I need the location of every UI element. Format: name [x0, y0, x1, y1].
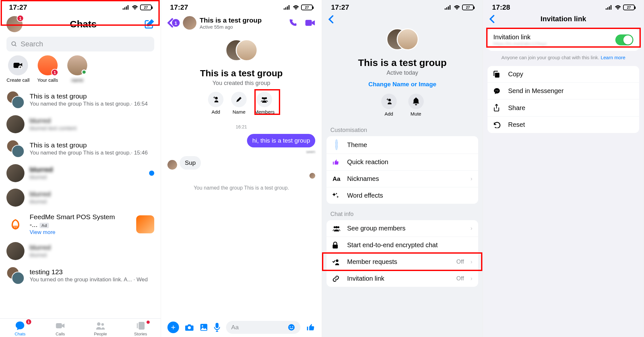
thumbs-up-icon[interactable] [306, 323, 315, 332]
svg-point-33 [290, 326, 291, 327]
back-button[interactable] [489, 14, 495, 23]
status-indicators: 27 [123, 5, 152, 10]
theme-row[interactable]: Theme [327, 136, 478, 154]
invitation-link-row[interactable]: Invitation link Off › [327, 270, 478, 287]
cellular-icon [445, 5, 452, 10]
chevron-right-icon: › [470, 225, 472, 232]
svg-rect-19 [285, 7, 286, 10]
svg-text:+: + [386, 98, 389, 102]
chat-item-ad[interactable]: FeedMe Smart POS System -...Ad View more [0, 210, 161, 239]
tab-people[interactable]: People [80, 321, 121, 336]
search-input[interactable]: Search [6, 37, 154, 51]
page-title: Invitation link [489, 15, 637, 23]
message-input[interactable]: Aa [226, 321, 300, 334]
chat-item[interactable]: testing 123 You turned on the group invi… [0, 263, 161, 288]
camera-icon[interactable] [185, 323, 194, 331]
chat-item[interactable]: This is a test group You named the group… [0, 136, 161, 161]
copy-row[interactable]: Copy [488, 66, 639, 83]
svg-line-5 [15, 45, 16, 46]
online-dot-icon [81, 70, 87, 75]
svg-rect-44 [333, 245, 338, 248]
battery-icon: 27 [301, 5, 313, 10]
invitation-toggle-card: Invitation link https://m.me/j/abc123xyz [488, 29, 639, 51]
more-actions-icon[interactable]: + [167, 322, 179, 333]
svg-point-15 [101, 323, 104, 326]
microphone-icon[interactable] [214, 323, 220, 332]
chat-item[interactable]: blurred blurred text content [0, 112, 161, 136]
your-calls-button[interactable]: 1 Your calls [36, 55, 59, 83]
send-messenger-row[interactable]: Send in Messenger [488, 83, 639, 99]
message-input-bar: + Aa [161, 318, 322, 337]
stories-icon [136, 321, 146, 331]
chat-item[interactable]: blurred blurred [0, 185, 161, 210]
learn-more-link[interactable]: Learn more [601, 55, 625, 60]
reset-row[interactable]: Reset [488, 117, 639, 133]
svg-rect-17 [137, 323, 138, 328]
wifi-icon [293, 5, 299, 10]
message-outgoing[interactable]: hi, this is a test group [167, 134, 315, 147]
back-button[interactable]: 1 [167, 18, 180, 28]
status-indicators: 27 [445, 5, 474, 10]
theme-icon [332, 141, 341, 149]
status-indicators: 27 [284, 5, 313, 10]
invitation-toggle[interactable] [615, 34, 633, 45]
active-contact[interactable]: name [66, 55, 89, 83]
chat-item[interactable]: blurred blurred [0, 161, 161, 185]
svg-point-27 [263, 98, 266, 100]
compose-icon[interactable] [144, 19, 154, 29]
add-button[interactable]: + Add [208, 92, 223, 115]
svg-rect-3 [128, 5, 128, 10]
mute-button[interactable]: Mute [408, 94, 424, 117]
member-requests-row[interactable]: Member requests Off › [327, 254, 478, 270]
video-call-icon[interactable] [305, 18, 315, 27]
tab-calls[interactable]: Calls [40, 321, 80, 336]
encrypted-chat-row[interactable]: Start end-to-end encrypted chat [327, 237, 478, 254]
profile-avatar[interactable]: 1 [6, 16, 23, 32]
chat-item[interactable]: blurred blurred [0, 239, 161, 263]
ad-badge: Ad [40, 223, 49, 228]
chat-item[interactable]: This is a test group You named the group… [0, 88, 161, 112]
pencil-icon [231, 92, 247, 107]
members-button[interactable]: Members [254, 92, 275, 115]
tab-stories[interactable]: Stories [120, 321, 161, 336]
emoji-icon[interactable] [288, 323, 295, 331]
section-customisation: Customisation [322, 120, 483, 136]
nicknames-row[interactable]: Aa Nicknames › [327, 171, 478, 187]
svg-point-39 [388, 99, 391, 101]
tab-bar: 1 Chats Calls People Stories [0, 318, 161, 337]
header-avatar[interactable] [183, 16, 196, 30]
status-time: 17:28 [492, 3, 510, 12]
seen-avatar-icon [309, 173, 315, 179]
status-bar: 17:27 27 [161, 0, 322, 14]
svg-text:+: + [19, 65, 21, 69]
back-button[interactable] [322, 14, 483, 25]
see-members-row[interactable]: See group members › [327, 220, 478, 237]
add-button[interactable]: + Add [381, 94, 397, 117]
svg-text:+: + [213, 96, 215, 100]
svg-rect-11 [15, 226, 16, 228]
svg-point-41 [334, 226, 336, 228]
audio-call-icon[interactable] [288, 18, 297, 27]
section-chat-info: Chat info [322, 204, 483, 220]
change-name-link[interactable]: Change Name or Image [368, 81, 436, 88]
share-icon [493, 104, 502, 112]
quick-reaction-row[interactable]: Quick reaction [327, 154, 478, 171]
chat-bubble-icon [15, 321, 25, 331]
create-call-button[interactable]: + Create call [6, 55, 30, 83]
svg-point-30 [202, 325, 203, 327]
gallery-icon[interactable] [200, 323, 208, 332]
name-button[interactable]: Name [231, 92, 247, 115]
tab-chats[interactable]: 1 Chats [0, 321, 40, 336]
page-header: Invitation link [483, 14, 644, 24]
share-row[interactable]: Share [488, 99, 639, 117]
video-plus-icon: + [8, 55, 28, 75]
status-bar: 17:28 27 [483, 0, 644, 14]
word-effects-row[interactable]: Word effects [327, 187, 478, 204]
search-icon [11, 41, 17, 47]
conversation-header: 1 This is a test group Active 55m ago [161, 14, 322, 32]
header-info[interactable]: This is a test group Active 55m ago [200, 16, 285, 30]
message-incoming[interactable]: Sup [167, 156, 315, 170]
svg-rect-13 [56, 323, 62, 328]
wifi-icon [615, 5, 621, 10]
link-icon [332, 275, 341, 282]
